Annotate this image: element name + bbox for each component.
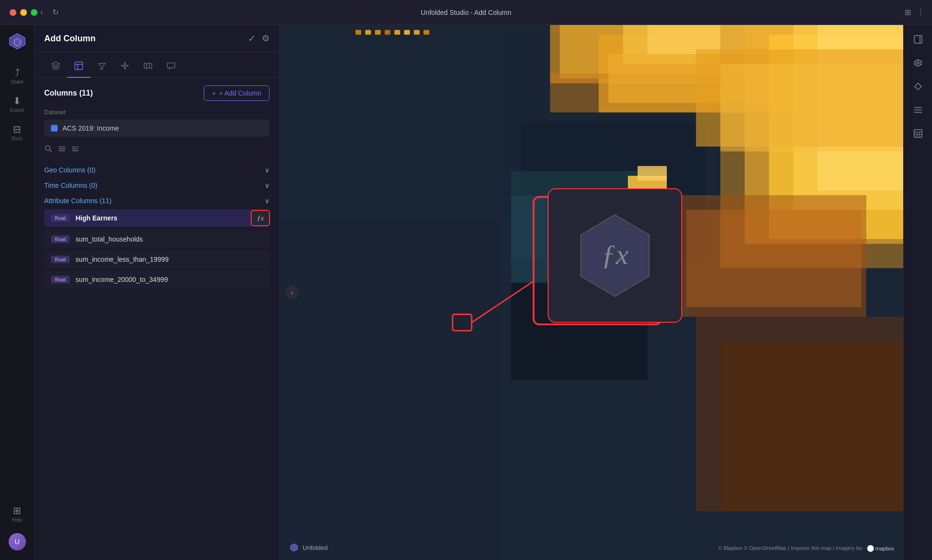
search-row [44, 145, 270, 156]
panel-header-actions: ✓ ⚙ [248, 33, 270, 44]
tab-filter[interactable] [90, 57, 113, 78]
add-column-button[interactable]: + + Add Column [204, 85, 270, 101]
tab-spark[interactable] [113, 57, 136, 78]
sidebar-item-docs[interactable]: ⊟ Docs [0, 120, 34, 145]
export-icon: ⬇ [13, 95, 21, 107]
column-name-sum-total-households: sum_total_households [75, 235, 263, 243]
type-badge-float-4: float [51, 276, 70, 283]
share-icon: ⤴ [15, 67, 20, 78]
fx-popup: ƒx [548, 188, 682, 323]
type-badge-float-1: float [51, 214, 70, 222]
map-collapse-button[interactable]: ‹ [285, 286, 299, 299]
help-icon: ⊞ [13, 505, 21, 516]
fx-hex-icon: ƒx [567, 207, 663, 304]
right-sidebar-list-btn[interactable] [909, 101, 927, 121]
map-credit: © Mapbox © OpenStreetMap | Improve this … [718, 545, 895, 552]
column-row-high-earners[interactable]: float High Earners ƒx [44, 209, 270, 227]
svg-rect-19 [394, 30, 400, 35]
minimize-dot[interactable] [20, 9, 27, 16]
tab-chat[interactable] [159, 57, 183, 78]
tab-map[interactable] [136, 57, 159, 78]
svg-rect-22 [424, 30, 429, 35]
check-icon: ✓ [248, 33, 256, 44]
plus-icon: + [212, 89, 216, 97]
icon-sidebar: ⤴ Share ⬇ Export ⊟ Docs ⊞ Help U [0, 25, 35, 560]
svg-line-6 [50, 150, 52, 153]
fx-button[interactable]: ƒx [251, 210, 270, 226]
dataset-color-indicator [51, 125, 58, 132]
column-name-sum-income-less-than: sum_income_less_than_19999 [75, 256, 263, 263]
maximize-dot[interactable] [31, 9, 37, 16]
panel-header: Add Column ✓ ⚙ [35, 25, 279, 52]
dataset-name: ACS 2019: Income [62, 124, 119, 132]
attribute-section-label: Attribute Columns (11) [44, 197, 111, 205]
time-section-label: Time Columns (0) [44, 182, 98, 189]
refresh-button[interactable]: ↻ [50, 6, 61, 19]
search-button[interactable] [44, 145, 53, 156]
svg-rect-21 [414, 30, 419, 35]
right-sidebar-diamond-btn[interactable] [909, 78, 927, 97]
titlebar-nav: ‹ ↻ [38, 6, 61, 19]
svg-rect-46 [720, 341, 903, 511]
close-dot[interactable] [10, 9, 16, 16]
app-logo[interactable] [7, 31, 28, 52]
columns-count: Columns (11) [44, 89, 93, 97]
geo-columns-section[interactable]: Geo Columns (0) ∨ [44, 163, 270, 177]
svg-rect-20 [404, 30, 410, 35]
geo-section-chevron: ∨ [265, 166, 270, 174]
list-view-button[interactable] [58, 145, 66, 156]
back-button[interactable]: ‹ [38, 6, 45, 19]
svg-point-56 [867, 545, 874, 552]
column-row-sum-total-households[interactable]: float sum_total_households [44, 231, 270, 248]
sidebar-item-help[interactable]: ⊞ Help [0, 501, 34, 526]
attribute-columns-section[interactable]: Attribute Columns (11) ∨ [44, 194, 270, 207]
map-area: ‹ [280, 25, 903, 560]
right-sidebar-cube-btn[interactable] [909, 54, 927, 74]
sidebar-item-export[interactable]: ⬇ Export [0, 91, 34, 117]
menu-dots-icon[interactable]: ⋮ [917, 8, 924, 17]
svg-rect-16 [365, 30, 371, 35]
svg-rect-39 [280, 219, 502, 560]
puzzle-icon[interactable]: ⊞ [905, 8, 911, 17]
type-badge-float-2: float [51, 235, 70, 243]
sidebar-item-share[interactable]: ⤴ Share [0, 63, 34, 88]
dataset-item[interactable]: ACS 2019: Income [44, 120, 270, 137]
right-sidebar [903, 25, 932, 560]
titlebar: ‹ ↻ Unfolded Studio - Add Column ⊞ ⋮ [0, 0, 932, 25]
svg-marker-55 [291, 544, 297, 551]
tab-table[interactable] [67, 57, 90, 78]
user-avatar[interactable]: U [9, 533, 26, 550]
svg-rect-66 [914, 130, 922, 137]
column-row-sum-income-less-than[interactable]: float sum_income_less_than_19999 [44, 251, 270, 268]
settings-button[interactable]: ⚙ [262, 33, 270, 44]
right-sidebar-panel-btn[interactable] [909, 31, 927, 50]
time-section-chevron: ∨ [265, 182, 270, 189]
time-columns-section[interactable]: Time Columns (0) ∨ [44, 179, 270, 192]
tab-bar [35, 52, 279, 78]
svg-rect-0 [75, 62, 83, 70]
svg-text:ƒx: ƒx [601, 239, 629, 270]
tab-layers[interactable] [44, 57, 67, 78]
right-sidebar-table-btn[interactable] [909, 125, 927, 145]
sort-button[interactable] [71, 145, 80, 156]
unfolded-logo-small [289, 543, 299, 552]
svg-rect-18 [385, 30, 391, 35]
titlebar-actions: ⊞ ⋮ [905, 8, 924, 17]
docs-icon: ⊟ [13, 123, 21, 135]
svg-text:mapbox: mapbox [875, 546, 895, 551]
window-title: Unfolded Studio - Add Column [421, 9, 511, 16]
svg-rect-41 [720, 64, 903, 151]
svg-point-5 [46, 146, 50, 151]
mapbox-logo: mapbox [867, 545, 895, 552]
svg-rect-17 [375, 30, 380, 35]
column-name-high-earners: High Earners [75, 214, 263, 222]
dataset-label: Dataset [44, 109, 270, 116]
svg-rect-43 [686, 210, 861, 307]
column-row-sum-income-20k[interactable]: float sum_income_20000_to_34999 [44, 271, 270, 288]
map-watermark: Unfolded [289, 543, 328, 552]
type-badge-float-3: float [51, 256, 70, 263]
geo-section-label: Geo Columns (0) [44, 166, 96, 174]
column-name-sum-income-20k: sum_income_20000_to_34999 [75, 276, 263, 283]
panel-title: Add Column [44, 34, 96, 44]
panel-content: Columns (11) + + Add Column Dataset ACS … [35, 78, 279, 560]
